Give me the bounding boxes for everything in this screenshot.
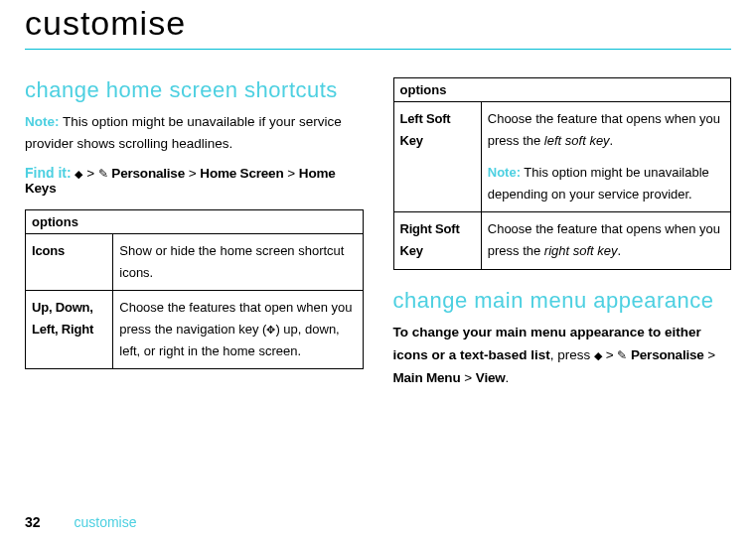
row-label-right-soft: Right Soft Key: [393, 212, 481, 269]
table-header: options: [393, 78, 731, 102]
row-desc-left-soft: Choose the feature that opens when you p…: [481, 102, 730, 212]
row-label-icons: Icons: [26, 234, 113, 291]
path-gt2: >: [704, 347, 716, 362]
desc-post: .: [618, 243, 622, 258]
table-row: Right Soft Key Choose the feature that o…: [393, 212, 731, 269]
page-footer: 32 customise: [25, 514, 137, 530]
table-row: Left Soft Key Choose the feature that op…: [393, 102, 731, 212]
row-desc-icons: Show or hide the home screen shortcut ic…: [113, 234, 363, 291]
content-columns: change home screen shortcuts Note: This …: [25, 77, 731, 390]
tools-icon: ✎: [98, 167, 108, 181]
table-row: Up, Down, Left, Right Choose the feature…: [26, 291, 364, 369]
section-heading-shortcuts: change home screen shortcuts: [25, 77, 364, 103]
note-label: Note:: [488, 165, 521, 180]
table-row: Icons Show or hide the home screen short…: [26, 234, 364, 291]
italic-left-soft-key: left soft key: [544, 133, 610, 148]
note-text: This option might be unavailable if your…: [25, 114, 342, 151]
find-it-line: Find it: ◆ > ✎ Personalise > Home Screen…: [25, 165, 364, 196]
find-it-label: Find it:: [25, 165, 72, 181]
table-header: options: [26, 210, 364, 234]
path-personalise: Personalise: [108, 166, 185, 181]
path-gt1: >: [82, 166, 97, 181]
desc-post: .: [610, 133, 614, 148]
period: .: [506, 370, 510, 385]
path-gt2: >: [185, 166, 200, 181]
left-column: change home screen shortcuts Note: This …: [25, 77, 364, 390]
row-label-left-soft: Left Soft Key: [393, 102, 481, 212]
path-gt3: >: [283, 166, 298, 181]
path-gt1: >: [602, 347, 617, 362]
note-paragraph: Note: This option might be unavailable i…: [25, 111, 364, 154]
title-divider: [25, 49, 731, 50]
right-column: options Left Soft Key Choose the feature…: [393, 77, 732, 390]
tools-icon: ✎: [617, 348, 627, 362]
page-title: customise: [25, 4, 731, 43]
path-personalise: Personalise: [627, 347, 703, 362]
options-table-left: options Icons Show or hide the home scre…: [25, 209, 364, 369]
table-header-row: options: [26, 210, 364, 234]
page-number: 32: [25, 514, 41, 530]
center-key-icon: ◆: [594, 349, 602, 361]
section-heading-main-menu: change main menu appearance: [393, 288, 732, 314]
row-desc-right-soft: Choose the feature that opens when you p…: [481, 212, 730, 269]
row-label-directions: Up, Down, Left, Right: [26, 291, 113, 369]
main-menu-paragraph: To change your main menu appearance to e…: [393, 322, 732, 390]
path-view: View: [476, 370, 506, 385]
table-header-row: options: [393, 78, 731, 102]
path-home-screen: Home Screen: [200, 166, 283, 181]
path-main-menu: Main Menu: [393, 370, 461, 385]
italic-right-soft-key: right soft key: [544, 243, 618, 258]
note-text: This option might be unavailable dependi…: [488, 165, 709, 202]
para-mid: , press: [550, 347, 594, 362]
note-label: Note:: [25, 114, 60, 129]
path-gt3: >: [460, 370, 475, 385]
options-table-right: options Left Soft Key Choose the feature…: [393, 77, 732, 270]
footer-section-label: customise: [74, 514, 136, 530]
row-desc-directions: Choose the features that open when you p…: [113, 291, 363, 369]
